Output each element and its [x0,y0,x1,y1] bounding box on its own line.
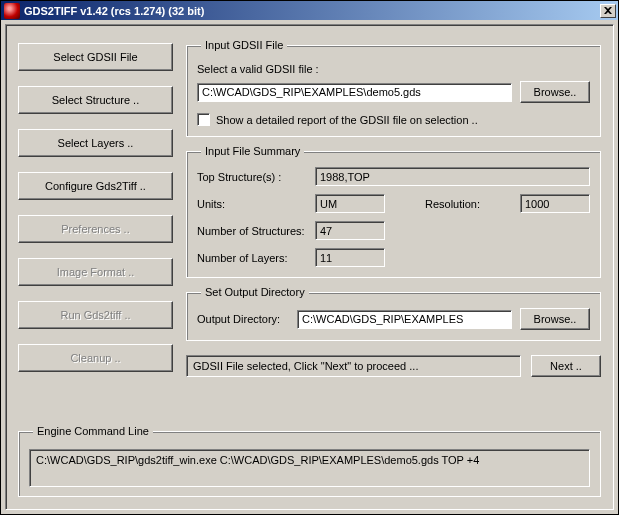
top-structures-field: 1988,TOP [315,167,590,186]
window-title: GDS2TIFF v1.42 (rcs 1.274) (32 bit) [24,5,204,17]
gdsii-path-input[interactable]: C:\WCAD\GDS_RIP\EXAMPLES\demo5.gds [197,83,512,102]
input-gdsii-group: Input GDSII File Select a valid GDSII fi… [186,39,601,137]
top-structures-label: Top Structure(s) : [197,171,307,183]
resolution-label: Resolution: [393,198,512,210]
status-text: GDSII File selected, Click "Next" to pro… [186,355,521,377]
command-line-field: C:\WCAD\GDS_RIP\gds2tiff_win.exe C:\WCAD… [29,449,590,487]
num-layers-label: Number of Layers: [197,252,307,264]
browse-output-button[interactable]: Browse.. [520,308,590,330]
cleanup-button[interactable]: Cleanup .. [18,344,173,372]
output-directory-legend: Set Output Directory [201,286,309,298]
output-directory-input[interactable]: C:\WCAD\GDS_RIP\EXAMPLES [297,310,512,329]
browse-input-button[interactable]: Browse.. [520,81,590,103]
image-format-button[interactable]: Image Format .. [18,258,173,286]
input-summary-group: Input File Summary Top Structure(s) : 19… [186,145,601,278]
select-file-label: Select a valid GDSII file : [197,61,590,77]
num-structures-field: 47 [315,221,385,240]
titlebar: GDS2TIFF v1.42 (rcs 1.274) (32 bit) [1,1,618,20]
sidebar: Select GDSII File Select Structure .. Se… [18,43,173,372]
next-button[interactable]: Next .. [531,355,601,377]
app-icon [4,3,20,19]
select-layers-button[interactable]: Select Layers .. [18,129,173,157]
detailed-report-label: Show a detailed report of the GDSII file… [216,114,478,126]
configure-gds2tiff-button[interactable]: Configure Gds2Tiff .. [18,172,173,200]
close-button[interactable] [600,4,616,18]
select-structure-button[interactable]: Select Structure .. [18,86,173,114]
output-directory-label: Output Directory: [197,313,289,325]
main-area: Input GDSII File Select a valid GDSII fi… [186,39,601,415]
preferences-button[interactable]: Preferences .. [18,215,173,243]
output-directory-group: Set Output Directory Output Directory: C… [186,286,601,341]
command-line-group: Engine Command Line C:\WCAD\GDS_RIP\gds2… [18,425,601,497]
input-summary-legend: Input File Summary [201,145,304,157]
detailed-report-checkbox[interactable] [197,113,210,126]
select-gdsii-file-button[interactable]: Select GDSII File [18,43,173,71]
units-field: UM [315,194,385,213]
resolution-field: 1000 [520,194,590,213]
main-panel: Select GDSII File Select Structure .. Se… [5,24,614,510]
window: GDS2TIFF v1.42 (rcs 1.274) (32 bit) Sele… [0,0,619,515]
input-gdsii-legend: Input GDSII File [201,39,287,51]
num-layers-field: 11 [315,248,385,267]
num-structures-label: Number of Structures: [197,225,307,237]
run-gds2tiff-button[interactable]: Run Gds2tiff .. [18,301,173,329]
command-line-legend: Engine Command Line [33,425,153,437]
units-label: Units: [197,198,307,210]
